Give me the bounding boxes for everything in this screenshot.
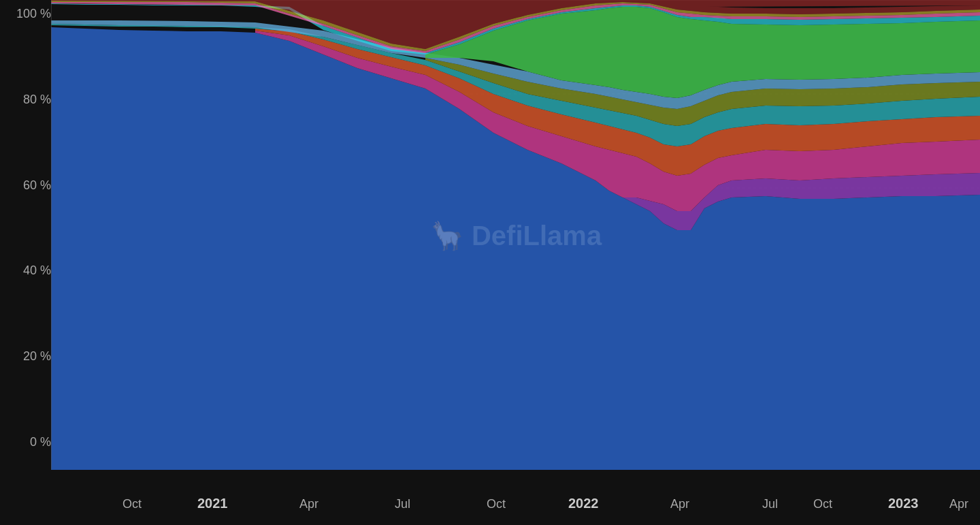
chart-area: 🦙 DefiLlama: [51, 0, 980, 470]
y-axis: 100 % 80 % 60 % 40 % 20 % 0 %: [0, 0, 51, 470]
x-label-oct-2020: Oct: [122, 497, 142, 511]
x-label-2023: 2023: [888, 496, 919, 511]
chart-container: 100 % 80 % 60 % 40 % 20 % 0 %: [0, 0, 980, 525]
watermark-text: 🦙 DefiLlama: [430, 219, 602, 252]
x-label-apr-2022: Apr: [670, 497, 689, 511]
y-label-40: 40 %: [7, 264, 51, 278]
x-label-2022: 2022: [568, 496, 599, 511]
x-label-oct-2022: Oct: [813, 497, 832, 511]
x-label-jul-2022: Jul: [762, 497, 778, 511]
y-label-100: 100 %: [7, 7, 51, 21]
y-label-60: 60 %: [7, 178, 51, 193]
x-label-oct-2021: Oct: [487, 497, 506, 511]
y-label-0: 0 %: [7, 435, 51, 449]
y-label-20: 20 %: [7, 349, 51, 364]
x-label-apr-2023: Apr: [949, 497, 968, 511]
x-axis: Oct 2021 Apr Jul Oct 2022 Apr Jul Oct 20…: [51, 471, 980, 525]
y-label-80: 80 %: [7, 93, 51, 107]
chart-svg: 🦙 DefiLlama: [51, 0, 980, 470]
x-label-2021: 2021: [197, 496, 228, 511]
x-label-apr-2021: Apr: [299, 497, 318, 511]
x-label-jul-2021: Jul: [395, 497, 410, 511]
